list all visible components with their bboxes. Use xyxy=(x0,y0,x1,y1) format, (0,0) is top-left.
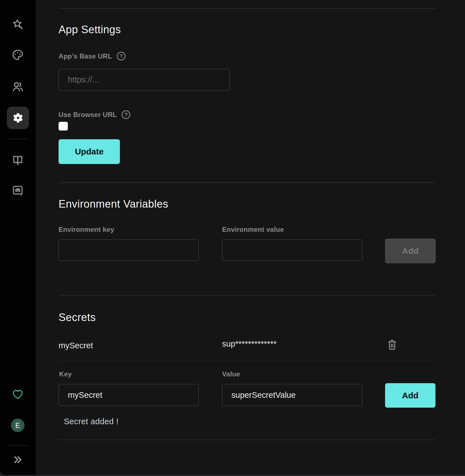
environment-key-input[interactable] xyxy=(59,239,199,261)
gear-icon xyxy=(12,112,24,124)
environment-add-button[interactable]: Add xyxy=(385,239,436,263)
magic-wand-icon xyxy=(12,19,24,30)
settings-page: App Settings App's Base URL ? Use Browse… xyxy=(36,0,465,475)
sidebar-divider xyxy=(7,139,29,139)
secret-value-label: Value xyxy=(222,370,240,378)
sidebar-item-discord[interactable] xyxy=(12,185,24,197)
trash-icon xyxy=(386,338,398,351)
book-icon xyxy=(12,154,24,166)
delete-secret-button[interactable] xyxy=(386,338,398,351)
sidebar-item-docs[interactable] xyxy=(12,154,24,166)
sidebar-item-settings-selected[interactable] xyxy=(7,107,29,129)
secret-added-status: Secret added ! xyxy=(64,417,119,426)
environment-value-input[interactable] xyxy=(222,239,362,261)
sidebar-item-favorites[interactable] xyxy=(11,387,24,400)
sidebar-item-magic-wand[interactable] xyxy=(12,19,24,30)
secret-add-button[interactable]: Add xyxy=(385,383,435,408)
discord-icon xyxy=(12,185,24,197)
secret-masked-value: sup************* xyxy=(222,339,276,349)
environment-key-label: Environment key xyxy=(59,226,114,233)
secret-key-label: Key xyxy=(59,370,72,378)
base-url-input[interactable] xyxy=(59,69,230,91)
sidebar-item-users[interactable] xyxy=(12,80,24,93)
secret-key-input[interactable] xyxy=(59,384,199,406)
users-icon xyxy=(12,80,24,93)
update-button[interactable]: Update xyxy=(59,139,120,164)
section-divider xyxy=(59,440,436,440)
collapse-sidebar-button[interactable] xyxy=(12,454,23,465)
sidebar-item-theme[interactable] xyxy=(12,49,24,61)
heart-icon xyxy=(11,387,24,400)
use-browser-url-label-row: Use Browser URL ? xyxy=(59,110,130,119)
sidebar: E xyxy=(0,0,36,475)
use-browser-url-checkbox[interactable] xyxy=(59,122,68,131)
secrets-title: Secrets xyxy=(59,311,96,324)
section-divider xyxy=(59,295,436,295)
secret-value-input[interactable] xyxy=(222,384,362,406)
base-url-label: App's Base URL xyxy=(59,52,112,60)
section-divider xyxy=(59,361,436,361)
use-browser-url-label: Use Browser URL xyxy=(59,111,117,119)
app-settings-title: App Settings xyxy=(59,24,121,36)
section-divider xyxy=(59,8,436,8)
avatar[interactable]: E xyxy=(11,419,24,432)
base-url-label-row: App's Base URL ? xyxy=(59,52,126,60)
secret-key: mySecret xyxy=(59,341,93,350)
palette-icon xyxy=(12,49,24,61)
sidebar-divider xyxy=(7,445,29,446)
section-divider xyxy=(59,183,436,183)
chevrons-right-icon xyxy=(12,454,23,465)
environment-variables-title: Environment Variables xyxy=(59,198,168,210)
environment-value-label: Environment value xyxy=(222,226,284,233)
help-icon[interactable]: ? xyxy=(117,52,126,60)
help-icon[interactable]: ? xyxy=(122,110,130,119)
